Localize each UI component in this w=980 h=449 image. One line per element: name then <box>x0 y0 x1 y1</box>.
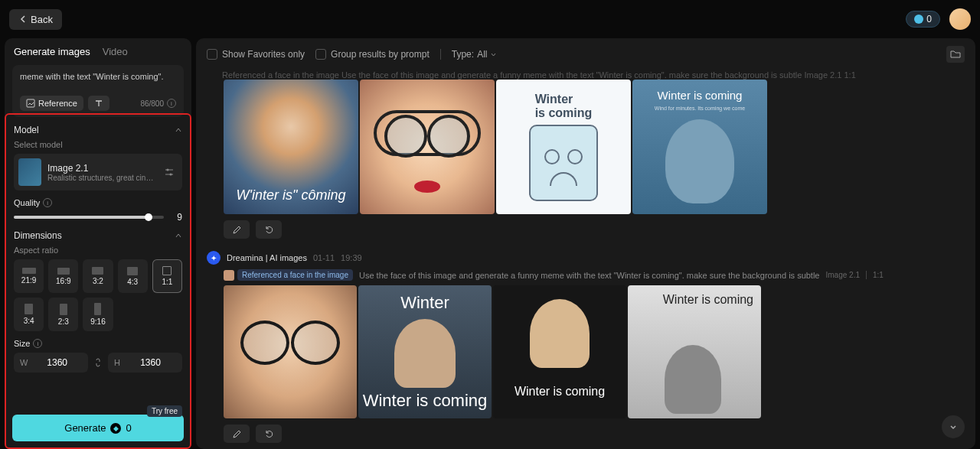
dimensions-heading: Dimensions <box>14 230 62 241</box>
quality-label: Quality <box>14 198 40 207</box>
model-desc: Realistic structures, great cinematog... <box>47 174 155 182</box>
top-bar: Back 0 <box>0 0 980 38</box>
ratio-1-1[interactable]: 1:1 <box>152 259 182 293</box>
reference-face-thumb <box>224 270 234 281</box>
prompt-echo: Use the face of this image and generate … <box>359 271 820 280</box>
ratio-9-16[interactable]: 9:16 <box>83 298 113 331</box>
back-button[interactable]: Back <box>9 9 62 30</box>
generate-label: Generate <box>64 422 106 434</box>
results-panel: Show Favorites only Group results by pro… <box>196 38 975 449</box>
link-dimensions-button[interactable] <box>93 357 103 368</box>
info-icon: i <box>167 99 176 108</box>
model-settings-button[interactable] <box>161 164 178 181</box>
chevron-down-icon <box>490 51 497 58</box>
gen-time: 19:39 <box>341 253 362 262</box>
app-logo-icon: ✦ <box>207 251 220 265</box>
result-image[interactable] <box>360 80 495 214</box>
results-feed: Referenced a face in the image Use the f… <box>196 70 975 449</box>
quality-value: 9 <box>172 212 182 223</box>
generation-header-partial: Referenced a face in the image Use the f… <box>207 70 965 80</box>
results-toolbar: Show Favorites only Group results by pro… <box>196 38 975 70</box>
char-count: 86/800 i <box>140 99 176 108</box>
back-label: Back <box>31 14 53 25</box>
model-card[interactable]: Image 2.1 Realistic structures, great ci… <box>14 154 182 190</box>
group-checkbox[interactable]: Group results by prompt <box>315 49 430 60</box>
edit-button[interactable] <box>224 425 250 443</box>
result-image[interactable]: W'inter is" côming <box>224 80 358 214</box>
chevron-left-icon <box>18 15 28 24</box>
pencil-icon <box>232 225 242 235</box>
result-image[interactable]: Winter is comingWind for minutes. Its co… <box>632 80 767 214</box>
reference-icon <box>26 99 35 108</box>
ratio-3-2[interactable]: 3:2 <box>83 259 113 293</box>
generate-button[interactable]: Generate ◆ 0 <box>12 415 184 441</box>
credits-value: 0 <box>926 14 932 24</box>
ratio-21-9[interactable]: 21:9 <box>14 259 44 293</box>
try-free-badge: Try free <box>147 405 182 417</box>
model-section-header[interactable]: Model <box>14 125 182 135</box>
ratio-3-4[interactable]: 3:4 <box>14 298 44 331</box>
ratio-2-3[interactable]: 2:3 <box>48 298 78 331</box>
quality-slider[interactable] <box>14 216 164 219</box>
svg-point-2 <box>170 174 172 176</box>
tab-generate-images[interactable]: Generate images <box>14 46 90 57</box>
ratio-16-9[interactable]: 16:9 <box>48 259 78 293</box>
height-prefix: H <box>114 358 120 367</box>
regenerate-button[interactable] <box>256 425 282 443</box>
folder-button[interactable] <box>946 46 965 63</box>
left-panel: Generate images Video meme with the text… <box>5 38 191 449</box>
width-prefix: W <box>20 358 28 367</box>
info-icon: i <box>33 339 42 348</box>
dimensions-section-header[interactable]: Dimensions <box>14 230 182 241</box>
refresh-icon <box>264 429 274 439</box>
chevron-up-icon <box>175 126 182 134</box>
width-input[interactable] <box>32 357 82 368</box>
prompt-box[interactable]: meme with the text "Winter is coming". R… <box>12 65 184 117</box>
reference-button[interactable]: Reference <box>20 96 83 111</box>
result-image[interactable]: Winter is coming <box>493 285 626 418</box>
height-input-wrap: H <box>108 353 182 373</box>
text-icon <box>94 99 103 108</box>
folder-icon <box>950 50 961 59</box>
result-image[interactable] <box>224 285 357 418</box>
generate-cost: 0 <box>126 422 131 434</box>
info-icon: i <box>43 198 52 207</box>
scroll-down-button[interactable] <box>942 415 965 438</box>
pencil-icon <box>232 429 242 439</box>
type-dropdown[interactable]: Type: All <box>452 49 498 60</box>
ratio-tag: 1:1 <box>866 271 884 279</box>
favorites-checkbox[interactable]: Show Favorites only <box>207 49 305 60</box>
author-name: Dreamina | AI images <box>227 253 307 262</box>
edit-button[interactable] <box>224 220 250 239</box>
tab-video[interactable]: Video <box>103 46 128 57</box>
prompt-text: meme with the text "Winter is coming". <box>20 71 176 89</box>
result-image[interactable]: WinterWinter is coming <box>358 285 492 418</box>
ratio-4-3[interactable]: 4:3 <box>118 259 148 293</box>
result-image[interactable]: Winteris coming <box>496 80 631 214</box>
credit-icon <box>914 15 923 24</box>
regenerate-button[interactable] <box>256 220 282 239</box>
cost-icon: ◆ <box>110 423 121 434</box>
aspect-ratio-label: Aspect ratio <box>14 246 182 255</box>
model-tag: Image 2.1 <box>826 271 860 279</box>
user-avatar[interactable] <box>949 8 971 30</box>
reference-label: Reference <box>38 99 77 108</box>
result-image[interactable]: Winter is coming <box>628 285 761 418</box>
model-thumbnail <box>18 158 41 186</box>
model-name: Image 2.1 <box>47 163 155 174</box>
chevron-down-icon <box>949 422 958 431</box>
text-tool-button[interactable] <box>88 96 109 111</box>
height-input[interactable] <box>125 357 176 368</box>
reference-chip[interactable]: Referenced a face in the image <box>237 269 353 281</box>
refresh-icon <box>264 225 274 235</box>
model-heading: Model <box>14 125 39 135</box>
select-model-label: Select model <box>14 140 182 149</box>
svg-point-1 <box>167 169 169 171</box>
credits-pill[interactable]: 0 <box>906 11 940 28</box>
gen-date: 01-11 <box>313 253 335 262</box>
size-label: Size <box>14 339 30 348</box>
chevron-up-icon <box>175 232 182 239</box>
width-input-wrap: W <box>14 353 88 373</box>
